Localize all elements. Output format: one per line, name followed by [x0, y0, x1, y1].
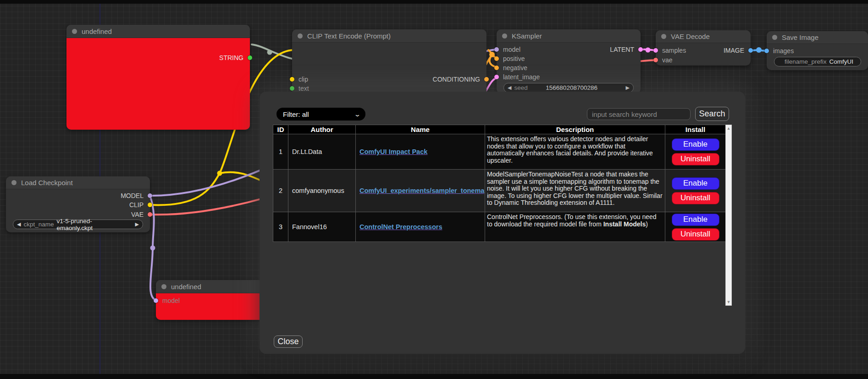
output-slot-latent[interactable]: LATENT: [610, 46, 643, 53]
input-slot-model[interactable]: model: [154, 297, 180, 304]
node-title: CLIP Text Encode (Prompt): [307, 32, 391, 40]
node-collapse-dot-icon[interactable]: [502, 33, 507, 38]
node-collapse-dot-icon[interactable]: [161, 284, 166, 289]
cell-install: Enable Uninstall: [665, 134, 726, 170]
positive-input-dot[interactable]: [494, 56, 499, 61]
node-save-image[interactable]: Save Image images filename_prefix ComfyU…: [767, 31, 868, 70]
node-undefined-model[interactable]: undefined model: [156, 280, 275, 320]
images-input-dot[interactable]: [764, 49, 769, 53]
input-slot-positive[interactable]: positive: [494, 55, 525, 62]
canvas-bottom-edge: [0, 374, 868, 379]
model-output-dot[interactable]: [148, 193, 152, 198]
text-input-dot[interactable]: [290, 86, 294, 91]
table-row: 2 comfyanonymous ComfyUI_experiments/sam…: [273, 170, 725, 212]
node-title-bar[interactable]: Load Checkpoint: [6, 176, 150, 189]
ckpt-name-widget[interactable]: ◀ ckpt_name v1-5-pruned-emaonly.ckpt ▶: [13, 220, 143, 229]
filename-prefix-widget[interactable]: filename_prefix ComfyUI: [774, 57, 861, 66]
search-button[interactable]: Search: [695, 107, 729, 121]
table-scrollbar[interactable]: ▲ ▼: [725, 125, 732, 306]
node-collapse-dot-icon[interactable]: [11, 180, 17, 185]
cell-description: This extension offers various detector n…: [485, 134, 665, 170]
node-undefined-string[interactable]: undefined STRING: [66, 25, 250, 130]
negative-input-dot[interactable]: [494, 66, 499, 70]
slot-label: CLIP: [129, 201, 144, 209]
input-slot-text[interactable]: text: [290, 85, 309, 92]
enable-button[interactable]: Enable: [672, 138, 719, 151]
node-title-bar[interactable]: CLIP Text Encode (Prompt): [292, 29, 487, 43]
node-ksampler[interactable]: KSampler model positive negative latent_…: [497, 29, 641, 93]
cell-author: Fannovel16: [288, 212, 356, 242]
filter-select[interactable]: Filter: all ⌄: [276, 108, 365, 121]
slot-label: STRING: [219, 54, 243, 61]
output-slot-image[interactable]: IMAGE: [724, 47, 753, 54]
node-collapse-dot-icon[interactable]: [72, 29, 77, 34]
input-slot-negative[interactable]: negative: [494, 64, 527, 71]
extension-link[interactable]: ComfyUI Impact Pack: [359, 148, 427, 155]
node-title-bar[interactable]: KSampler: [497, 29, 641, 43]
vae-input-dot[interactable]: [653, 58, 658, 62]
node-title-bar[interactable]: Save Image: [767, 31, 868, 44]
model-input-dot[interactable]: [154, 298, 158, 303]
extension-link[interactable]: ControlNet Preprocessors: [359, 223, 442, 231]
decrement-arrow-icon[interactable]: ◀: [508, 85, 511, 91]
chevron-down-icon: ⌄: [354, 111, 361, 118]
input-slot-images[interactable]: images: [764, 47, 794, 55]
increment-arrow-icon[interactable]: ▶: [135, 221, 139, 227]
node-title-bar[interactable]: VAE Decode: [656, 30, 751, 43]
node-vae-decode[interactable]: VAE Decode samples vae IMAGE: [656, 30, 751, 66]
input-slot-samples[interactable]: samples: [653, 47, 686, 54]
slot-label: vae: [662, 56, 673, 64]
slot-label: MODEL: [121, 192, 144, 199]
output-slot-clip[interactable]: CLIP: [129, 201, 152, 209]
clip-input-dot[interactable]: [290, 77, 294, 82]
node-collapse-dot-icon[interactable]: [772, 35, 777, 40]
clip-output-dot[interactable]: [148, 203, 152, 207]
cell-install: Enable Uninstall: [665, 212, 726, 242]
close-button-label: Close: [277, 337, 299, 346]
extension-link[interactable]: ComfyUI_experiments/sampler_tonemap: [359, 187, 485, 194]
node-collapse-dot-icon[interactable]: [661, 34, 666, 39]
slot-label: positive: [503, 55, 525, 62]
latent-output-dot[interactable]: [638, 47, 643, 52]
node-collapse-dot-icon[interactable]: [298, 33, 303, 38]
input-slot-model[interactable]: model: [494, 46, 520, 53]
header-name: Name: [356, 125, 485, 134]
increment-arrow-icon[interactable]: ▶: [626, 85, 630, 91]
node-title-bar[interactable]: undefined: [156, 280, 275, 293]
header-description: Description: [485, 125, 665, 134]
uninstall-button[interactable]: Uninstall: [672, 192, 719, 204]
cell-author: comfyanonymous: [288, 170, 356, 212]
slot-label: latent_image: [503, 73, 540, 81]
scroll-down-icon[interactable]: ▼: [727, 299, 731, 305]
uninstall-button[interactable]: Uninstall: [672, 228, 719, 241]
enable-button[interactable]: Enable: [672, 214, 719, 226]
enable-button[interactable]: Enable: [672, 177, 719, 190]
model-input-dot[interactable]: [494, 47, 499, 52]
node-title-bar[interactable]: undefined: [66, 25, 250, 38]
comfyui-app: undefined STRING CLIP Text Encode (Promp…: [0, 0, 868, 379]
image-output-dot[interactable]: [748, 48, 753, 53]
decrement-arrow-icon[interactable]: ◀: [17, 221, 21, 227]
input-slot-clip[interactable]: clip: [290, 76, 308, 83]
input-slot-vae[interactable]: vae: [653, 56, 673, 64]
string-output-dot[interactable]: [248, 55, 252, 60]
seed-widget[interactable]: ◀ seed 156680208700286 ▶: [503, 83, 634, 93]
conditioning-output-dot[interactable]: [484, 77, 489, 82]
close-button[interactable]: Close: [274, 335, 303, 348]
scroll-up-icon[interactable]: ▲: [727, 125, 731, 132]
cell-id: 1: [273, 134, 288, 170]
widget-value: 156680208700286: [546, 84, 610, 91]
output-slot-model[interactable]: MODEL: [121, 192, 152, 199]
search-input[interactable]: [587, 108, 691, 120]
samples-input-dot[interactable]: [653, 48, 658, 53]
node-load-checkpoint[interactable]: Load Checkpoint MODEL CLIP VAE ◀ ckpt_na…: [6, 176, 150, 232]
uninstall-button[interactable]: Uninstall: [672, 153, 719, 165]
vae-output-dot[interactable]: [148, 212, 152, 217]
extensions-table: ID Author Name Description Install 1 Dr.…: [273, 125, 732, 306]
cell-description: ModelSamplerTonemapNoiseTest a node that…: [485, 170, 665, 212]
output-slot-string[interactable]: STRING: [219, 54, 252, 61]
node-clip-text-encode[interactable]: CLIP Text Encode (Prompt) clip text COND…: [292, 29, 487, 98]
output-slot-conditioning[interactable]: CONDITIONING: [433, 76, 489, 83]
input-slot-latent-image[interactable]: latent_image: [494, 73, 540, 81]
latent-image-input-dot[interactable]: [494, 75, 499, 79]
